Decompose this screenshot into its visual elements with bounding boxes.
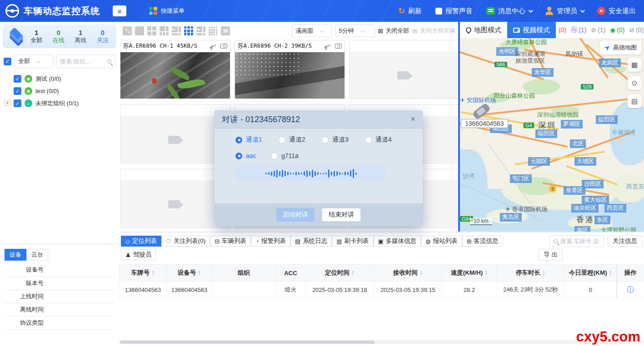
radio-codec-g711a[interactable]: g711a [271,152,314,159]
layout-9-icon[interactable] [184,26,193,35]
org-filter-select[interactable]: 全部 [14,54,53,68]
tree-checkbox[interactable]: ✓ [14,87,21,95]
counter-online-net[interactable]: Ⓝ(1) [571,26,586,34]
snapshot-camera-icon[interactable] [335,44,342,49]
tab-location-list[interactable]: ◇定位列表 [121,236,161,247]
counter-offline[interactable]: ⊘(1) [591,26,605,34]
stat-online[interactable]: 0在线 [48,29,70,44]
layout-16-icon[interactable] [209,26,218,35]
map-measure-button[interactable]: ▤ [628,94,641,108]
dialog-close-icon[interactable]: × [410,114,415,124]
horizontal-scrollbar[interactable] [119,340,644,344]
snapshot-camera-icon[interactable] [220,44,227,49]
tab-passenger-flow[interactable]: ⊞客流信息 [462,236,503,247]
layout-10-icon[interactable] [196,26,205,35]
video-red-marker [152,79,156,84]
menu-toggle-button[interactable]: ≡ [113,5,126,16]
tab-media-info[interactable]: ▣多媒体信息 [374,236,421,247]
video-stream-ch2[interactable] [235,52,344,99]
quick-menu-button[interactable]: 快捷菜单 [149,7,185,15]
tree-expander-icon[interactable]: + [5,100,10,106]
tree-item-test2[interactable]: ✓ ◉ test (0/0) [5,85,119,97]
video-tile-empty[interactable] [120,169,230,228]
layout-8-icon[interactable] [172,26,181,35]
close-all-button[interactable]: ⊠ 关闭全部 [378,27,409,35]
layout-4-icon[interactable] [147,26,156,35]
tab-vehicle-list[interactable]: ⊟车辆列表 [210,236,251,247]
select-all-checkbox[interactable]: ✓ [4,58,11,65]
col-device[interactable]: 设备号▲▼ [167,265,212,282]
radio-channel-1[interactable]: 通道1 [235,136,279,144]
counter-alarm[interactable]: (0) [559,26,566,34]
start-intercom-button[interactable]: 启动对讲 [276,208,315,222]
org-search[interactable] [56,54,115,68]
col-plate[interactable]: 车牌号▲▼ [120,265,167,282]
refresh-button[interactable]: ↻ 刷新 [398,6,422,16]
logout-button[interactable]: ✕ 安全退出 [597,7,636,15]
video-tile-ch1[interactable]: 苏A.ER6896 CH-1 45KB/S [120,40,230,99]
field-label: 离线时间 [5,303,48,316]
layout-6-icon[interactable] [160,26,169,35]
video-toolbar: 36 满画面 5分钟 ⊠ 关闭全部 ⊠ 关闭当前车辆 [119,22,459,40]
video-stream-ch1[interactable] [120,52,230,99]
radio-channel-2[interactable]: 通道2 [279,136,322,144]
stat-all[interactable]: 1全部 [25,29,48,44]
fit-mode-select[interactable]: 满画面 [292,25,332,37]
col-speed[interactable]: 速度(KM/H)▲▼ [442,265,497,282]
alarm-sound-toggle[interactable]: 报警声音 [435,7,473,15]
message-center-menu[interactable]: 消息中心 [486,7,532,15]
counter-signal-on[interactable]: ◉(0) [610,26,624,34]
stat-offline[interactable]: 1离线 [70,29,92,44]
radio-codec-aac[interactable]: aac [235,152,271,159]
alarm-sound-checkbox[interactable] [435,8,442,15]
admin-menu[interactable]: 管理员 [545,7,584,15]
tab-system-log[interactable]: ▤系统日志 [290,236,332,247]
tree-item-unbound[interactable]: + ✓ ⌂ 未绑定组织 (0/1) [5,97,119,109]
radio-channel-4[interactable]: 通道4 [365,136,408,144]
fullscreen-icon[interactable] [123,26,132,35]
col-stop-duration[interactable]: 停车时长▲▼ [497,265,565,282]
tab-driver[interactable]: ♟驾驶员 [121,249,156,260]
scrollbar-thumb[interactable] [120,341,374,344]
follow-info-button[interactable]: 关注信息 [608,235,642,247]
tree-checkbox[interactable]: ✓ [14,75,21,83]
video-tile-ch2[interactable]: 苏A.ER6896 CH-2 39KB/S [235,40,345,99]
panel-resize-divider[interactable] [458,22,460,232]
tree-item-test1[interactable]: ✓ ◉ 测试 (0/0) [5,73,119,85]
layout-1-icon[interactable] [135,26,144,35]
col-mileage[interactable]: 今日里程(KM)▲▼ [565,265,617,282]
table-row[interactable]: 13660404563 13660404563 熄火 2025-03-05 19… [120,282,644,298]
map-canvas[interactable]: ➤ 高德地图 ▦ ⊙ ▤ 10 km 大屏嶂森林公园光明区深圳观澜湖旅游度假区凤… [460,38,644,232]
tab-card-list[interactable]: ▥刷卡列表 [332,236,373,247]
col-receive-time[interactable]: 接收时间▲▼ [374,265,442,282]
layout-36-icon[interactable]: 36 [221,26,230,35]
vehicle-label[interactable]: 13660404563 [461,119,508,128]
counter-signal-off[interactable]: ⊘(0) [629,26,644,34]
video-tile-empty[interactable] [120,104,230,163]
tab-ptz[interactable]: 云台 [26,249,48,261]
stat-followed[interactable]: 0关注 [92,29,114,44]
tab-map-mode[interactable]: 地图模式 [460,22,507,38]
org-search-input[interactable] [60,58,105,65]
tab-alarm-list[interactable]: ◔报警列表 [251,236,290,247]
tree-checkbox[interactable]: ✓ [14,99,21,107]
close-current-vehicle-button[interactable]: ⊠ 关闭当前车辆 [412,27,455,35]
map-zoom-select-button[interactable]: ⊙ [628,76,641,90]
export-button[interactable]: 导 出 [539,249,563,261]
map-mode-tabs: 地图模式 视频模式 (0) Ⓝ(1) ⊘(1) ◉(0) ⊘(0) [460,22,644,38]
video-tile-empty[interactable] [349,40,459,99]
info-icon[interactable]: ⓘ [627,286,634,293]
tab-station-list[interactable]: ◍报站列表 [421,236,462,247]
end-intercom-button[interactable]: 结束对讲 [322,208,361,222]
tab-follow-list[interactable]: ♡关注列表(0) [161,236,210,247]
radio-channel-3[interactable]: 通道3 [322,136,365,144]
tab-video-mode[interactable]: 视频模式 [507,22,556,38]
speaker-muted-icon[interactable] [324,44,331,49]
table-search[interactable] [549,235,604,247]
map-overview-button[interactable]: ▦ [628,58,641,72]
table-search-input[interactable] [560,238,600,245]
speaker-muted-icon[interactable] [210,44,217,49]
col-locate-time[interactable]: 定位时间▲▼ [306,265,374,282]
tab-device[interactable]: 设备 [5,249,26,261]
interval-select[interactable]: 5分钟 [335,25,375,37]
